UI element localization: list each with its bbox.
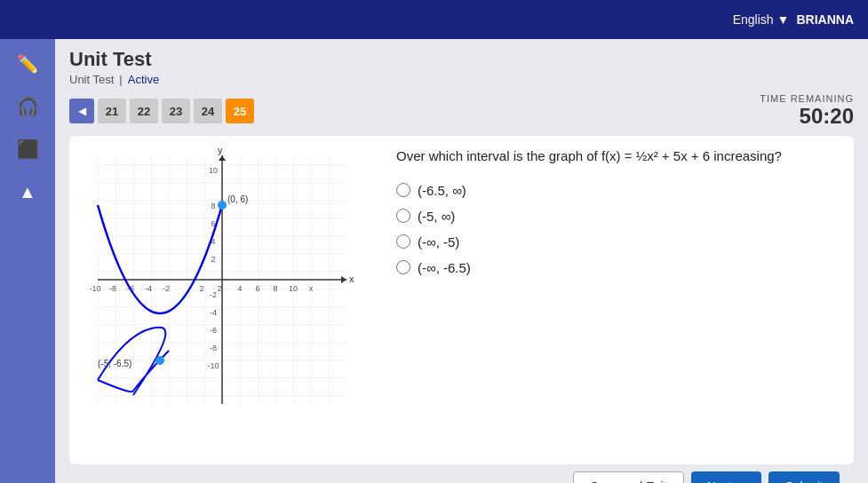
radio-option-4[interactable] [396,260,410,274]
timer-box: TIME REMAINING 50:20 [760,93,854,129]
radio-option-1[interactable] [396,183,410,197]
option-4-label: (-∞, -6.5) [418,260,471,275]
svg-text:-4: -4 [145,284,152,293]
sidebar-audio-icon[interactable]: 🎧 [10,89,45,124]
svg-text:-8: -8 [210,344,217,352]
breadcrumb: Unit Test | Active [69,73,854,86]
svg-text:(-5, -6.5): (-5, -6.5) [98,359,131,368]
chevron-down-icon: ▼ [777,12,790,27]
question-area: x y -10 -8 -6 -4 -2 2 2 4 6 8 10 x 1 [69,136,854,464]
page-num-22[interactable]: 22 [130,99,158,123]
svg-text:y: y [218,146,223,155]
svg-text:6: 6 [255,284,259,293]
language-label: English [733,12,774,27]
option-3[interactable]: (-∞, -5) [396,234,843,249]
options-list: (-6.5, ∞) (-5, ∞) (-∞, -5) (-∞, -6.5) [396,183,843,275]
option-3-label: (-∞, -5) [418,234,459,249]
mark-return-link[interactable]: Mark this and return [84,480,187,484]
main-container: ✏️ 🎧 ⬛ ▲ Unit Test Unit Test | Active ◀ … [0,39,868,483]
svg-text:-10: -10 [207,361,219,370]
next-label: Next [707,479,733,483]
page-num-21[interactable]: 21 [98,99,126,123]
page-num-25[interactable]: 25 [226,99,254,123]
sidebar-calc-icon[interactable]: ⬛ [10,131,45,167]
option-4[interactable]: (-∞, -6.5) [396,260,843,275]
svg-text:8: 8 [273,284,277,293]
sidebar-collapse-icon[interactable]: ▲ [10,174,45,210]
svg-text:-2: -2 [163,284,170,293]
next-button[interactable]: Next ▶ [691,471,762,483]
sidebar: ✏️ 🎧 ⬛ ▲ [0,39,55,483]
option-2-label: (-5, ∞) [418,209,455,224]
svg-text:-8: -8 [109,284,116,293]
svg-text:-6: -6 [210,326,217,335]
next-arrow-icon: ▶ [736,479,745,483]
nav-back-button[interactable]: ◀ [69,99,94,123]
submit-button[interactable]: Submit [768,471,840,483]
svg-text:x: x [349,273,354,284]
language-selector[interactable]: English ▼ [733,12,790,27]
svg-point-29 [218,201,227,210]
breadcrumb-separator: | [119,73,122,86]
option-1[interactable]: (-6.5, ∞) [396,183,843,198]
timer-value: 50:20 [760,104,854,129]
sidebar-edit-icon[interactable]: ✏️ [10,46,45,82]
breadcrumb-parent: Unit Test [69,73,114,86]
svg-text:10: 10 [289,284,298,293]
svg-text:8: 8 [211,202,215,210]
option-2[interactable]: (-5, ∞) [396,209,843,224]
svg-text:4: 4 [237,284,242,293]
page-num-23[interactable]: 23 [162,99,190,123]
bottom-buttons: Save and Exit Next ▶ Submit [573,471,840,483]
bottom-bar: Mark this and return Save and Exit Next … [69,464,854,483]
radio-option-3[interactable] [396,234,410,249]
svg-text:-4: -4 [210,308,217,317]
save-exit-button[interactable]: Save and Exit [573,471,683,483]
topbar: English ▼ BRIANNA [0,0,868,39]
question-text: Over which interval is the graph of f(x)… [396,146,843,167]
graph-container: x y -10 -8 -6 -4 -2 2 2 4 6 8 10 x 1 [80,146,373,454]
toolbar: ◀ 21 22 23 24 25 TIME REMAINING 50:20 [69,93,854,129]
svg-text:-10: -10 [89,284,100,293]
svg-text:2: 2 [199,284,203,293]
svg-text:x: x [309,284,314,293]
svg-text:-2: -2 [210,290,217,299]
page-num-24[interactable]: 24 [194,99,222,123]
question-side: Over which interval is the graph of f(x)… [387,146,843,454]
option-1-label: (-6.5, ∞) [418,183,466,198]
svg-text:2: 2 [217,284,221,293]
svg-text:2: 2 [211,255,215,264]
graph-svg: x y -10 -8 -6 -4 -2 2 2 4 6 8 10 x 1 [80,146,364,422]
main-content: Unit Test Unit Test | Active ◀ 21 22 23 … [55,39,868,483]
username-label: BRIANNA [796,12,854,27]
svg-text:10: 10 [209,166,218,175]
page-title: Unit Test [69,48,854,71]
radio-option-2[interactable] [396,209,410,223]
breadcrumb-status: Active [128,73,159,86]
svg-point-31 [155,356,164,365]
toolbar-left: ◀ 21 22 23 24 25 [69,99,254,123]
svg-text:(0, 6): (0, 6) [227,194,248,204]
topbar-left-logo [0,0,142,39]
timer-label: TIME REMAINING [760,93,854,104]
